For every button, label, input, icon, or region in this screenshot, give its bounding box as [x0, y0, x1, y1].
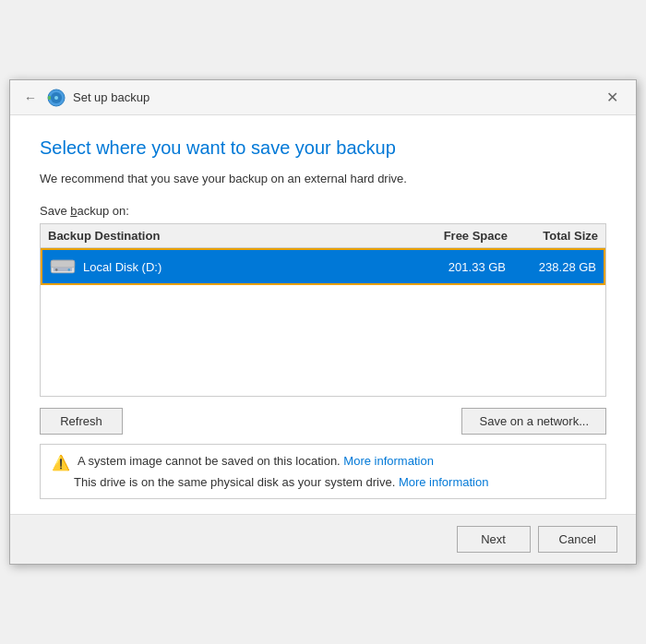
backup-destination-table: Backup Destination Free Space Total Size…: [40, 223, 606, 397]
warning-line-1: ⚠️ A system image cannot be saved on thi…: [52, 454, 594, 471]
footer: Next Cancel: [10, 514, 636, 564]
col-destination-header: Backup Destination: [48, 229, 423, 243]
subtitle-text: We recommend that you save your backup o…: [40, 172, 606, 185]
drive-freespace: 201.33 GB: [421, 260, 513, 274]
title-bar-left: ← Set up backup: [21, 89, 150, 107]
page-title: Select where you want to save your backu…: [40, 137, 606, 159]
svg-point-7: [55, 268, 58, 271]
drive-totalsize: 238.28 GB: [513, 260, 596, 274]
action-buttons-row: Refresh Save on a network...: [40, 408, 606, 435]
main-content: Select where you want to save your backu…: [10, 115, 636, 514]
table-empty-area: [41, 285, 605, 396]
drive-icon: [50, 256, 76, 277]
svg-point-2: [54, 96, 58, 100]
backup-icon: [47, 89, 66, 107]
table-row[interactable]: Local Disk (D:) 201.33 GB 238.28 GB: [41, 248, 605, 285]
col-freespace-header: Free Space: [423, 229, 515, 243]
svg-rect-3: [48, 96, 51, 100]
col-totalsize-header: Total Size: [515, 229, 598, 243]
warning-text-1: A system image cannot be saved on this l…: [78, 454, 434, 468]
svg-rect-5: [51, 260, 74, 268]
warning-box: ⚠️ A system image cannot be saved on thi…: [40, 444, 606, 499]
svg-point-8: [68, 268, 71, 271]
close-button[interactable]: ✕: [599, 85, 625, 111]
title-bar: ← Set up backup ✕: [10, 80, 636, 115]
table-header: Backup Destination Free Space Total Size: [41, 224, 605, 248]
main-window: ← Set up backup ✕ Select where you want …: [9, 79, 637, 565]
save-on-network-button[interactable]: Save on a network...: [461, 408, 606, 435]
refresh-button[interactable]: Refresh: [40, 408, 123, 435]
drive-name: Local Disk (D:): [83, 260, 421, 274]
cancel-button[interactable]: Cancel: [538, 526, 617, 553]
next-button[interactable]: Next: [457, 526, 531, 553]
more-info-link-2[interactable]: More information: [399, 475, 489, 489]
back-button[interactable]: ←: [21, 90, 40, 105]
warning-text-2: This drive is on the same physical disk …: [74, 475, 488, 489]
warning-line-2: This drive is on the same physical disk …: [52, 475, 594, 489]
window-title: Set up backup: [73, 90, 150, 104]
more-info-link-1[interactable]: More information: [343, 454, 434, 468]
save-on-label: Save backup on:: [40, 204, 606, 218]
warning-icon: ⚠️: [52, 454, 70, 471]
